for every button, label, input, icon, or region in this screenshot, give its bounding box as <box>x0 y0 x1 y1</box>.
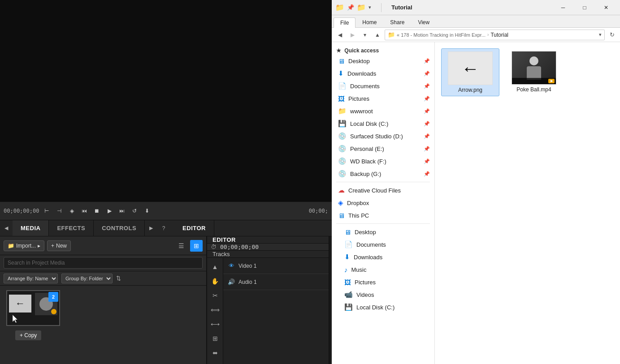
sidebar-item-desktop-pc[interactable]: 🖥 Desktop <box>332 226 434 238</box>
minimize-button[interactable]: ─ <box>553 1 573 14</box>
pointer-tool[interactable]: ▲ <box>209 261 221 273</box>
search-input[interactable] <box>4 257 203 269</box>
list-view-btn[interactable]: ☰ <box>175 240 187 252</box>
ripple-tool[interactable]: ⟷ <box>209 318 221 330</box>
razor-tool[interactable]: ✂ <box>209 289 221 302</box>
editor-title: EDITOR <box>212 236 236 243</box>
tab-media[interactable]: MEDIA <box>13 220 49 236</box>
timecode-display: 00;00;00;00 <box>220 244 259 250</box>
sidebar-item-backup-g[interactable]: 💿 Backup (G:) 📌 <box>332 167 434 180</box>
prev-btn[interactable]: ⏹ <box>92 206 102 216</box>
sort-icon[interactable]: ⇅ <box>116 275 121 282</box>
play-pause-btn[interactable]: ▶ <box>104 206 114 216</box>
help-btn[interactable]: ? <box>157 220 170 236</box>
loop-btn[interactable]: ↺ <box>130 206 139 216</box>
ribbon-tab-view[interactable]: View <box>411 17 436 27</box>
sidebar-item-music-pc[interactable]: ♪ Music <box>332 263 434 276</box>
marker-btn[interactable]: ◈ <box>67 206 77 216</box>
file-item-arrow[interactable]: ← Arrow.png <box>441 48 499 96</box>
fe-main: ← Arrow.png <box>435 42 620 364</box>
sidebar-item-wd-black-f[interactable]: 💿 WD Black (F:) 📌 <box>332 155 434 167</box>
sidebar-item-documents-qa[interactable]: 📄 Documents 📌 <box>332 80 434 92</box>
window-controls: ─ □ ✕ <box>553 1 616 14</box>
refresh-button[interactable]: ↻ <box>607 30 617 40</box>
sidebar-item-personal-e[interactable]: 💿 Personal (E:) 📌 <box>332 142 434 155</box>
sidebar-item-documents-pc[interactable]: 📄 Documents <box>332 238 434 251</box>
grid-view-btn[interactable]: ⊞ <box>190 240 203 252</box>
creative-cloud-icon: ☁ <box>338 186 345 194</box>
zoom-tool[interactable]: ⬌ <box>209 347 221 359</box>
maximize-button[interactable]: □ <box>574 1 595 14</box>
slip-tool[interactable]: ⟺ <box>209 304 221 316</box>
sidebar-item-downloads-qa[interactable]: ⬇ Downloads 📌 <box>332 67 434 80</box>
sidebar-item-local-disk-c-qa[interactable]: 💾 Local Disk (C:) 📌 <box>332 117 434 130</box>
back-button[interactable]: ◀ <box>334 30 345 40</box>
hand-tool[interactable]: ✋ <box>209 275 221 287</box>
sidebar-item-this-pc[interactable]: 🖥 This PC <box>332 209 434 222</box>
sidebar-item-dropbox[interactable]: ◈ Dropbox <box>332 197 434 209</box>
forward-button[interactable]: ▶ <box>347 30 358 40</box>
quick-access-header: ★ Quick access <box>332 46 434 55</box>
tab-next-arrow[interactable]: ▶ <box>145 220 157 236</box>
transport-bar: 00;00;00;00 ⊢ ⊣ ◈ ⏮ ⏹ ▶ ⏭ ↺ ⬇ 00;00; <box>0 201 332 220</box>
dropbox-icon: ◈ <box>338 199 343 207</box>
expand-nav-btn[interactable]: ▾ <box>360 30 370 40</box>
ribbon-tab-share[interactable]: Share <box>383 17 411 27</box>
sidebar-item-videos-pc[interactable]: 📹 Videos <box>332 288 434 301</box>
arrange-by-select[interactable]: Arrange By: Name <box>4 274 58 283</box>
tab-editor[interactable]: EDITOR <box>174 220 214 236</box>
snap-tool[interactable]: ⊞ <box>209 332 221 345</box>
close-button[interactable]: ✕ <box>596 1 616 14</box>
drive-c2-icon: 💾 <box>344 303 353 311</box>
timecode-right: 00;00; <box>309 208 328 214</box>
pokeball-filename: Poke Ball.mp4 <box>516 86 551 93</box>
next-btn[interactable]: ⏭ <box>117 206 127 216</box>
wwwroot-icon: 📁 <box>338 107 347 115</box>
group-by-select[interactable]: Group By: Folder <box>61 274 113 283</box>
sidebar-item-downloads-pc[interactable]: ⬇ Downloads <box>332 251 434 263</box>
arrow-thumbnail: ← <box>448 51 493 85</box>
range-in-btn[interactable]: ⊢ <box>42 206 52 216</box>
tab-prev-arrow[interactable]: ◀ <box>0 220 13 236</box>
range-out-btn[interactable]: ⊣ <box>54 206 64 216</box>
export-btn[interactable]: ⬇ <box>142 206 152 216</box>
ribbon-tab-file[interactable]: File <box>334 17 356 28</box>
preview-area <box>0 0 332 201</box>
import-button[interactable]: 📁 Import... ▸ <box>4 240 44 251</box>
fe-title-bar: 📁 📌 📁 ▾ Tutorial ─ □ ✕ <box>332 0 620 15</box>
breadcrumb-dropdown-arrow[interactable]: ▾ <box>599 32 602 38</box>
timeline-area: 👁 Video 1 🔊 Audio 1 <box>223 258 329 364</box>
tab-effects[interactable]: EFFECTS <box>49 220 94 236</box>
address-breadcrumb[interactable]: 📁 « 178 - Motion Tracking in HitFilm Exp… <box>385 30 605 40</box>
tab-controls[interactable]: CONTROLS <box>94 220 145 236</box>
arrow-filename: Arrow.png <box>458 87 482 93</box>
media-item[interactable]: ← 2 <box>6 290 65 326</box>
breadcrumb-current: Tutorial <box>490 32 508 38</box>
new-button[interactable]: + New <box>47 240 71 251</box>
video-visibility-btn[interactable]: 👁 <box>227 261 236 270</box>
desktop2-icon: 🖥 <box>344 228 351 236</box>
audio-track-row: 🔊 Audio 1 <box>223 274 329 290</box>
media-panel: 📁 Import... ▸ + New ☰ ⊞ <box>0 236 206 364</box>
sidebar-item-surfaced-studio-d[interactable]: 💿 Surfaced Studio (D:) 📌 <box>332 130 434 142</box>
media-content: ← 2 <box>0 286 206 364</box>
prev-frame-btn[interactable]: ⏮ <box>79 206 89 216</box>
sidebar-item-pictures-qa[interactable]: 🖼 Pictures 📌 <box>332 92 434 105</box>
fe-window-title: Tutorial <box>391 4 550 11</box>
file-explorer: 📁 📌 📁 ▾ Tutorial ─ □ ✕ File Home Share V… <box>332 0 620 364</box>
sidebar-item-local-disk-c-pc[interactable]: 💾 Local Disk (C:) <box>332 301 434 313</box>
audio-visibility-btn[interactable]: 🔊 <box>227 278 236 287</box>
sidebar-item-desktop-qa[interactable]: 🖥 Desktop 📌 <box>332 55 434 67</box>
sidebar-item-pictures-pc[interactable]: 🖼 Pictures <box>332 276 434 288</box>
video-track-row: 👁 Video 1 <box>223 258 329 274</box>
sidebar-item-creative-cloud[interactable]: ☁ Creative Cloud Files <box>332 184 434 197</box>
sidebar-item-wwwroot[interactable]: 📁 wwwroot 📌 <box>332 105 434 117</box>
hitfilm-panel: 00;00;00;00 ⊢ ⊣ ◈ ⏮ ⏹ ▶ ⏭ ↺ ⬇ 00;00; ◀ M… <box>0 0 332 364</box>
tracks-header: Tracks <box>207 251 329 258</box>
up-button[interactable]: ▲ <box>372 30 383 40</box>
timecode-row: ⏱ 00;00;00;00 <box>207 244 329 251</box>
file-item-pokeball[interactable]: ▶ Poke Ball.mp4 <box>505 48 563 96</box>
tracks-label: Tracks <box>212 251 230 257</box>
ribbon-tab-home[interactable]: Home <box>356 17 383 27</box>
audio-tool[interactable]: ⇅ <box>209 361 221 364</box>
